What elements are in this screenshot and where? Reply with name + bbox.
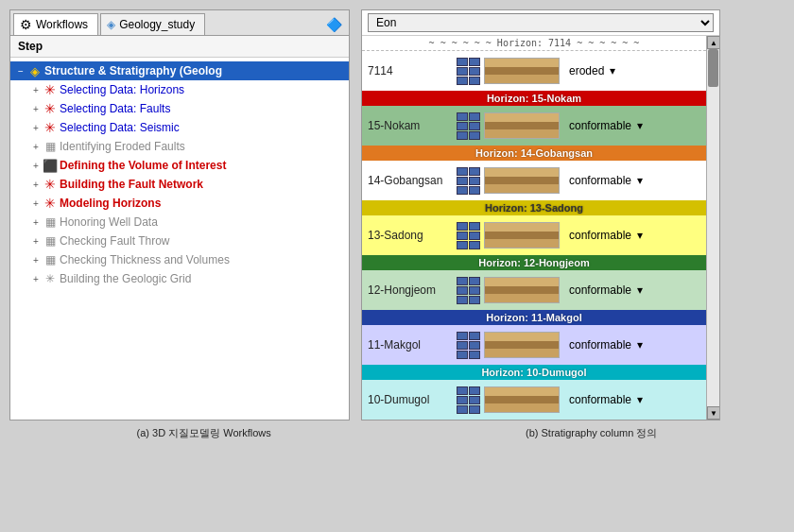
sep-12-hongjeom: Horizon: 12-Hongjeom	[362, 255, 706, 270]
dropdown-13[interactable]: ▾	[637, 229, 643, 242]
sep-13-sadong: Horizon: 13-Sadong	[362, 200, 706, 215]
tab-workflows[interactable]: ⚙ Workflows	[13, 13, 98, 35]
mini-btn-13-6[interactable]	[469, 241, 480, 249]
expand-well-data[interactable]: +	[29, 215, 43, 229]
mini-btn-12-2[interactable]	[469, 277, 480, 285]
box-red-icon: ⬛	[43, 158, 58, 173]
mini-btn-13-5[interactable]	[457, 241, 468, 249]
tree-item-faults[interactable]: + ✳ Selecting Data: Faults	[10, 99, 349, 118]
dropdown-11[interactable]: ▾	[637, 338, 643, 352]
scroll-up-btn[interactable]: ▲	[707, 36, 719, 49]
horizon-name-14: 14-Gobangsan	[368, 174, 453, 187]
dropdown-10[interactable]: ▾	[637, 393, 643, 406]
mini-btn-14-2[interactable]	[469, 167, 480, 176]
mini-btn-13-2[interactable]	[469, 222, 480, 231]
expand-eroded[interactable]: +	[29, 140, 43, 153]
scrollbar[interactable]: ▲ ▼	[706, 36, 719, 420]
mini-btn-10-1[interactable]	[457, 386, 468, 395]
mini-btn-14-1[interactable]	[457, 167, 468, 176]
mini-btn-14-3[interactable]	[457, 177, 468, 185]
tree-item-well-data[interactable]: + ▦ Honoring Well Data	[10, 213, 349, 232]
tree-item-fault-network[interactable]: + ✳ Building the Fault Network	[10, 175, 349, 194]
tree-root[interactable]: − ◈ Structure & Stratigraphy (Geolog	[10, 61, 349, 80]
tree-item-thickness[interactable]: + ▦ Checking Thickness and Volumes	[10, 250, 349, 269]
mini-btn-14-4[interactable]	[469, 177, 480, 185]
mini-btn-13-1[interactable]	[457, 222, 468, 231]
strat-scroll[interactable]: ~ ~ ~ ~ ~ ~ Horizon: 7114 ~ ~ ~ ~ ~ ~ 71…	[362, 36, 706, 420]
mini-btn6[interactable]	[469, 77, 480, 85]
fault-network-label: Building the Fault Network	[60, 178, 203, 191]
mini-btn-12-3[interactable]	[457, 286, 468, 295]
mini-btn-15-6[interactable]	[469, 131, 480, 140]
mini-btn-14-5[interactable]	[457, 186, 468, 195]
tab-bar: ⚙ Workflows ◈ Geology_study 🔷	[10, 10, 349, 36]
horizon-name-10: 10-Dumugol	[368, 393, 453, 406]
tree-item-model-horizons[interactable]: + ✳ Modeling Horizons	[10, 194, 349, 213]
dropdown-14[interactable]: ▾	[637, 174, 643, 187]
mini-btn-10-2[interactable]	[469, 386, 480, 395]
horizon-type-11: conformable	[569, 338, 631, 352]
seismic-label: Selecting Data: Seismic	[60, 121, 180, 134]
mini-btn-11-1[interactable]	[457, 332, 468, 340]
mini-btn-10-3[interactable]	[457, 396, 468, 404]
mini-btn-15-5[interactable]	[457, 131, 468, 140]
mini-btn-11-2[interactable]	[469, 332, 480, 340]
mini-btn-15-4[interactable]	[469, 122, 480, 130]
mini-btn-11-4[interactable]	[469, 341, 480, 350]
tree-item-horizons[interactable]: + ✳ Selecting Data: Horizons	[10, 80, 349, 99]
mini-btn-15-1[interactable]	[457, 112, 468, 121]
mini-btn1[interactable]	[457, 58, 468, 66]
mini-btn-15-2[interactable]	[469, 112, 480, 121]
expand-volume[interactable]: +	[29, 159, 43, 172]
expand-fault-throw[interactable]: +	[29, 234, 43, 248]
tree-item-eroded[interactable]: + ▦ Identifying Eroded Faults	[10, 137, 349, 156]
mini-btn-12-1[interactable]	[457, 277, 468, 285]
mini-btn-10-4[interactable]	[469, 396, 480, 404]
mini-btn2[interactable]	[469, 58, 480, 66]
expand-thickness[interactable]: +	[29, 253, 43, 266]
mini-btn-11-3[interactable]	[457, 341, 468, 350]
mini-btn-13-3[interactable]	[457, 232, 468, 240]
horizon-name-11: 11-Makgol	[368, 338, 453, 352]
expand-fault-network[interactable]: +	[29, 178, 43, 191]
expand-seismic[interactable]: +	[29, 121, 43, 134]
expand-model-horizons[interactable]: +	[29, 197, 43, 210]
dropdown-15[interactable]: ▾	[637, 119, 643, 132]
expand-horizons[interactable]: +	[29, 83, 43, 96]
mini-btn-14-6[interactable]	[469, 186, 480, 195]
mini-btn-12-6[interactable]	[469, 296, 480, 304]
mini-btn-11-6[interactable]	[469, 351, 480, 359]
horizon-name-7114: 7114	[368, 64, 453, 77]
mini-btn-12-4[interactable]	[469, 286, 480, 295]
mini-btn-13-4[interactable]	[469, 232, 480, 240]
dropdown-7114[interactable]: ▾	[610, 64, 615, 77]
tree-item-fault-throw[interactable]: + ▦ Checking Fault Throw	[10, 232, 349, 250]
expand-root[interactable]: −	[14, 64, 27, 77]
mini-btn-12-5[interactable]	[457, 296, 468, 304]
mini-btn-15-3[interactable]	[457, 122, 468, 130]
expand-faults[interactable]: +	[29, 102, 43, 115]
mini-btn-10-5[interactable]	[457, 405, 468, 414]
eon-select[interactable]: Eon Era Period	[368, 13, 714, 32]
tree-item-geologic-grid[interactable]: + ✳ Building the Geologic Grid	[10, 269, 349, 288]
horizon-icons-12	[457, 277, 480, 304]
mini-btn5[interactable]	[457, 77, 468, 85]
cross-red-icon3: ✳	[43, 120, 58, 135]
layers-icon: ▦	[43, 139, 58, 154]
horizon-icons-10	[457, 386, 480, 414]
tree-item-volume[interactable]: + ⬛ Defining the Volume of Interest	[10, 156, 349, 175]
strat-content: ~ ~ ~ ~ ~ ~ Horizon: 7114 ~ ~ ~ ~ ~ ~ 71…	[362, 36, 706, 420]
mini-btn-10-6[interactable]	[469, 405, 480, 414]
expand-geologic-grid[interactable]: +	[29, 272, 43, 285]
mini-btn4[interactable]	[469, 67, 480, 76]
scroll-down-btn[interactable]: ▼	[707, 406, 719, 420]
mini-btn-11-5[interactable]	[457, 351, 468, 359]
mini-btn3[interactable]	[457, 67, 468, 76]
tree-item-seismic[interactable]: + ✳ Selecting Data: Seismic	[10, 118, 349, 137]
star-gray-icon: ✳	[43, 271, 58, 286]
tab-geology-study[interactable]: ◈ Geology_study	[100, 13, 205, 35]
dropdown-12[interactable]: ▾	[637, 283, 643, 297]
horizon-row-15-nokam: 15-Nokam	[362, 106, 706, 146]
scroll-thumb[interactable]	[708, 49, 718, 87]
model-horizons-label: Modeling Horizons	[60, 197, 161, 210]
